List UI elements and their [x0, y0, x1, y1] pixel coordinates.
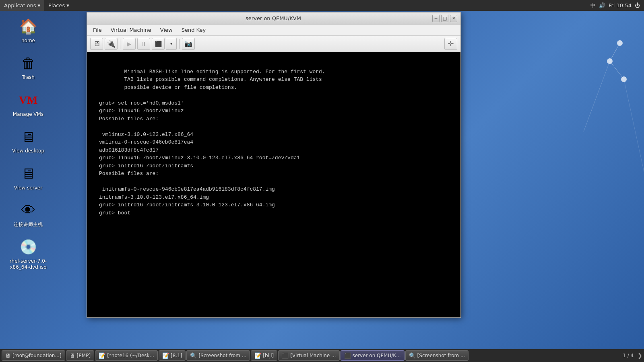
- taskbar-item-server-qemu[interactable]: ⬛ server on QEMU/K...: [341, 350, 405, 361]
- language-indicator[interactable]: 中: [590, 2, 596, 9]
- maximize-button[interactable]: □: [441, 15, 448, 22]
- taskbar-screenshot1-icon: 🔍: [190, 352, 197, 359]
- taskbar-item-81[interactable]: 📝 [8.1]: [159, 350, 186, 361]
- taskbar-emp-icon: 🖥: [70, 352, 75, 359]
- svg-line-4: [610, 61, 624, 79]
- view-server-label: View server: [14, 185, 42, 191]
- volume-icon[interactable]: 🔊: [599, 2, 605, 8]
- taskbar-emp-label: [EMP]: [77, 353, 91, 358]
- desktop-icon-view-desktop[interactable]: 🖥 View desktop: [6, 125, 50, 156]
- taskbar-item-emp[interactable]: 🖥 [EMP]: [66, 350, 95, 361]
- taskbar-screenshot2-label: [Screenshot from ...: [417, 353, 465, 358]
- topbar-left: Applications ▾ Places ▾: [0, 0, 73, 11]
- places-label: Places: [48, 2, 65, 8]
- taskbar-note16-icon: 📝: [99, 352, 105, 359]
- desktop-icon-iso[interactable]: 💿 rhel-server-7.0-x86_64-dvd.iso: [6, 235, 50, 272]
- taskbar-vm-icon: ⬛: [282, 352, 289, 359]
- window-toolbar: 🖥 🔌 ▶ ⏸ ⬛ ▾ 📷 ✛: [87, 36, 460, 52]
- taskbar-server-qemu-icon: ⬛: [344, 352, 351, 359]
- svg-point-0: [617, 40, 623, 46]
- toolbar-sep-1: [120, 39, 120, 49]
- taskbar-server-qemu-label: server on QEMU/K...: [353, 353, 401, 358]
- taskbar-item-note16[interactable]: 📝 [*note16 (~/Desk...: [95, 350, 158, 361]
- places-arrow: ▾: [66, 2, 69, 8]
- terminal-output: Minimal BASH-like line editing is suppor…: [87, 52, 460, 225]
- time-display: Fri 10:54: [609, 2, 632, 8]
- taskbar-biji-icon: 📝: [254, 352, 261, 359]
- taskbar-item-virtual-machine[interactable]: ⬛ [Virtual Machine ...: [278, 350, 339, 361]
- taskbar-next-icon[interactable]: ❯: [638, 352, 642, 359]
- menu-file[interactable]: File: [89, 26, 106, 34]
- desktop-icon-home[interactable]: 🏠 home: [6, 15, 50, 45]
- svg-line-3: [610, 43, 620, 61]
- window-controls: ─ □ ✕: [432, 15, 457, 22]
- view-desktop-label: View desktop: [12, 148, 44, 154]
- home-icon: 🏠: [19, 17, 38, 36]
- applications-menu[interactable]: Applications ▾: [0, 0, 44, 11]
- desktop-icon-connect-teacher[interactable]: 👁 连接讲师主机: [6, 199, 50, 229]
- svg-line-6: [624, 79, 644, 172]
- desktop-icon-view-server[interactable]: 🖥 View server: [6, 162, 50, 193]
- manage-vms-icon: VM: [19, 90, 38, 110]
- menu-virtual-machine[interactable]: Virtual Machine: [107, 26, 155, 34]
- taskbar: 🖥 [root@foundation...] 🖥 [EMP] 📝 [*note1…: [0, 349, 644, 362]
- toolbar-pause-btn[interactable]: ⏸: [137, 38, 150, 50]
- desktop-icon-trash[interactable]: 🗑 Trash: [6, 51, 50, 82]
- window-title: server on QEMU/KVM: [114, 15, 432, 21]
- menu-send-key[interactable]: Send Key: [178, 26, 210, 34]
- close-button[interactable]: ✕: [450, 15, 457, 22]
- toolbar-dropdown-btn[interactable]: ▾: [166, 38, 177, 50]
- applications-label: Applications: [4, 2, 36, 8]
- topbar: Applications ▾ Places ▾ 中 🔊 Fri 10:54 ⏻: [0, 0, 644, 11]
- taskbar-item-screenshot1[interactable]: 🔍 [Screenshot from ...: [186, 350, 250, 361]
- taskbar-81-icon: 📝: [162, 352, 169, 359]
- desktop-icon-manage-vms[interactable]: VM Manage VMs: [6, 88, 50, 119]
- toolbar-fullscreen-btn[interactable]: ✛: [444, 38, 457, 50]
- connect-teacher-icon: 👁: [19, 201, 38, 220]
- iso-icon: 💿: [19, 237, 38, 257]
- connect-teacher-label: 连接讲师主机: [14, 222, 43, 227]
- svg-line-5: [584, 61, 610, 132]
- manage-vms-label: Manage VMs: [13, 111, 43, 117]
- iso-label: rhel-server-7.0-x86_64-dvd.iso: [8, 258, 48, 270]
- taskbar-terminal-label: [root@foundation...]: [12, 353, 62, 358]
- desktop: Applications ▾ Places ▾ 中 🔊 Fri 10:54 ⏻ …: [0, 0, 644, 362]
- desktop-icons: 🏠 home 🗑 Trash VM Manage VMs 🖥 View desk…: [0, 11, 56, 276]
- taskbar-biji-label: [biji]: [263, 353, 274, 358]
- view-server-icon: 🖥: [19, 164, 38, 183]
- home-icon-label: home: [21, 38, 35, 43]
- power-icon[interactable]: ⏻: [635, 2, 640, 8]
- vm-window: server on QEMU/KVM ─ □ ✕ File Virtual Ma…: [87, 12, 461, 318]
- topbar-right: 中 🔊 Fri 10:54 ⏻: [590, 2, 644, 9]
- svg-point-1: [607, 58, 613, 64]
- taskbar-screenshot2-icon: 🔍: [409, 352, 416, 359]
- taskbar-terminal-icon: 🖥: [5, 352, 11, 359]
- taskbar-vm-label: [Virtual Machine ...: [290, 353, 336, 358]
- taskbar-81-label: [8.1]: [171, 353, 182, 358]
- trash-icon: 🗑: [19, 53, 38, 73]
- taskbar-page-indicator: 1 / 4: [623, 353, 637, 358]
- window-menubar: File Virtual Machine View Send Key: [87, 25, 460, 36]
- decorative-elements: [503, 11, 644, 252]
- minimize-button[interactable]: ─: [432, 15, 440, 22]
- trash-icon-label: Trash: [22, 74, 35, 80]
- toolbar-play-btn[interactable]: ▶: [123, 38, 136, 50]
- places-menu[interactable]: Places ▾: [44, 0, 73, 11]
- svg-point-2: [621, 76, 627, 82]
- applications-arrow: ▾: [37, 2, 40, 8]
- terminal-area[interactable]: Minimal BASH-like line editing is suppor…: [87, 52, 460, 317]
- taskbar-item-biji[interactable]: 📝 [biji]: [251, 350, 277, 361]
- toolbar-screenshot-btn[interactable]: 📷: [182, 38, 195, 50]
- taskbar-screenshot1-label: [Screenshot from ...: [198, 353, 246, 358]
- view-desktop-icon: 🖥: [19, 127, 38, 146]
- toolbar-usb-btn[interactable]: 🔌: [105, 38, 118, 50]
- taskbar-item-terminal[interactable]: 🖥 [root@foundation...]: [2, 350, 65, 361]
- window-titlebar: server on QEMU/KVM ─ □ ✕: [87, 12, 460, 25]
- menu-view[interactable]: View: [156, 26, 177, 34]
- taskbar-note16-label: [*note16 (~/Desk...: [107, 353, 154, 358]
- toolbar-sep-2: [179, 39, 180, 49]
- toolbar-stop-btn[interactable]: ⬛: [152, 38, 165, 50]
- taskbar-item-screenshot2[interactable]: 🔍 [Screenshot from ...: [405, 350, 469, 361]
- toolbar-monitor-btn[interactable]: 🖥: [90, 38, 103, 50]
